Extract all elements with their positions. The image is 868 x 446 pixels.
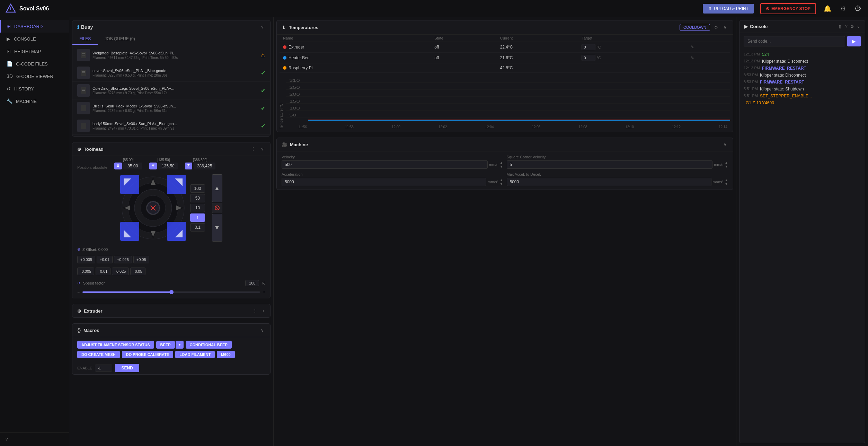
col-left: ℹ Busy ∨ FILES JOB QUEUE (0) [69,17,274,446]
extruder-edit-icon[interactable]: ✎ [691,45,694,50]
emergency-stop-button[interactable]: ⊗ EMERGENCY STOP [760,3,816,14]
z-btn-up-005[interactable]: +0.005 [77,256,95,263]
jog-step-10[interactable]: 10 [190,204,205,212]
file-item[interactable]: cover-Sovol_Sv06-eSun_PLA+_Blue.gcode Fi… [72,64,270,82]
jog-step-50[interactable]: 50 [190,194,205,202]
upload-print-button[interactable]: ⬆ UPLOAD & PRINT [703,4,754,14]
file-status-ok: ✔ [261,123,265,129]
axis-y-letter: Y [149,163,157,169]
sidebar-item-gcode-viewer[interactable]: 3D G-CODE VIEWER [0,70,69,82]
max-accel-input[interactable] [507,178,711,186]
accel-down[interactable]: ▼ [500,182,503,186]
macro-beep[interactable]: BEEP [156,341,175,349]
macros-collapse-icon[interactable]: ∨ [259,327,265,333]
slider-thumb[interactable] [169,290,174,294]
speed-value-input[interactable] [245,280,259,286]
temp-table-wrap: Name State Current Target [277,35,733,73]
file-item[interactable]: Billelis_Skull_Pack_Model_1-Sovol_Sv06-e… [72,99,270,117]
accel-up[interactable]: ▲ [500,178,503,182]
speed-row: ↺ Speed factor % [72,278,270,288]
z-btn-dn-01[interactable]: -0.01 [96,268,110,275]
jog-step-1[interactable]: 1 [190,213,205,222]
macro-enable-input[interactable] [95,365,112,371]
sidebar-item-machine[interactable]: 🔧 MACHINE [0,95,69,107]
macro-create-mesh[interactable]: DO CREATE MESH [77,351,120,358]
slider-minus[interactable]: − [77,290,80,295]
tab-files[interactable]: FILES [72,34,98,45]
accel-input[interactable] [282,178,486,186]
busy-collapse-icon[interactable]: ∨ [259,24,265,30]
sq-corner-input[interactable] [507,160,713,169]
velocity-input[interactable] [282,160,488,169]
file-list: Weighted_Baseplate_4x5-Sovol_Sv06-eSun_P… [72,45,270,136]
macro-adjust-filament[interactable]: ADJUST FILAMENT SENSOR STATUS [77,341,154,349]
machine-actions: ∨ [722,141,728,148]
machine-collapse-icon[interactable]: ∨ [722,141,728,148]
extruder-target-input[interactable] [582,44,595,50]
axis-x-above: [85.00] [123,158,134,162]
file-item[interactable]: CuteDino_ShortLegs-Sovol_Sv06-eSun_PLA+.… [72,82,270,99]
z-btn-dn-005[interactable]: -0.005 [77,268,94,275]
extruder-collapse-icon[interactable]: ‹ [261,308,265,314]
console-input[interactable] [744,36,845,46]
macro-send-button[interactable]: SEND [115,364,139,372]
macro-probe-calibrate[interactable]: DO PROBE CALIBRATE [122,351,173,358]
console-filter-icon[interactable]: ⚙ [850,24,854,29]
slider-row: − + [72,288,270,298]
temp-settings-icon[interactable]: ⚙ [713,24,719,30]
bed-edit-icon[interactable]: ✎ [691,55,694,60]
cooldown-button[interactable]: COOLDOWN [680,24,710,31]
gcode-files-icon: 📄 [7,61,12,67]
z-btn-up-05[interactable]: +0.05 [133,256,149,263]
max-accel-up[interactable]: ▲ [725,178,728,182]
sidebar-item-gcode-files[interactable]: 📄 G-CODE FILES [0,58,69,70]
corner-tr[interactable] [167,175,186,194]
sq-corner-up[interactable]: ▲ [725,161,728,165]
help-icon[interactable]: ? [6,437,8,442]
jog-z-up[interactable]: ▲ [212,174,222,202]
console-send-button[interactable]: ▶ [847,36,861,46]
macro-beep-dropdown[interactable]: ▾ [176,341,184,349]
temp-collapse-icon[interactable]: ∨ [722,24,728,30]
power-button[interactable]: ⏻ [853,3,862,14]
macro-m600[interactable]: M600 [217,351,235,358]
sidebar-item-dashboard[interactable]: ⊞ DASHBOARD [0,20,69,33]
slider-track[interactable] [82,291,260,293]
notification-button[interactable]: 🔔 [822,3,833,14]
axes-row: Position: absolute [85.00] X 85,00 [135.… [72,156,270,172]
extruder-menu-icon[interactable]: ⋮ [251,308,258,314]
settings-button[interactable]: ⚙ [839,3,847,14]
sq-corner-down[interactable]: ▼ [725,165,728,168]
corner-bl[interactable] [120,222,139,241]
z-btn-up-01[interactable]: +0.01 [97,256,113,263]
sidebar-item-history[interactable]: ↺ HISTORY [0,82,69,95]
toolhead-panel: ⊕ Toolhead ⋮ ∨ Position: absolute [85.00… [72,142,271,298]
console-collapse-icon[interactable]: ∨ [857,24,860,29]
max-accel-down[interactable]: ▼ [725,182,728,186]
svg-text:200: 200 [289,93,300,96]
macro-enable-row: ENABLE SEND [72,362,270,374]
jog-step-01[interactable]: 0.1 [190,223,205,231]
console-help-icon[interactable]: ? [845,24,848,29]
sidebar-item-console[interactable]: ▶ CONSOLE [0,33,69,45]
z-btn-dn-05[interactable]: -0.05 [130,268,145,275]
bed-target-input[interactable] [582,55,595,61]
file-item[interactable]: Weighted_Baseplate_4x5-Sovol_Sv06-eSun_P… [72,46,270,64]
toolhead-menu-icon[interactable]: ⋮ [250,146,257,152]
toolhead-collapse-icon[interactable]: ∨ [259,146,265,152]
slider-plus[interactable]: + [263,290,265,295]
console-trash-icon[interactable]: 🗑 [838,24,842,29]
file-item[interactable]: body150mm-Sovol_Sv06-eSun_PLA+_Blue.gco.… [72,117,270,135]
macro-conditional-beep[interactable]: CONDITIONAL BEEP [186,341,232,349]
corner-br[interactable] [167,222,186,241]
jog-step-100[interactable]: 100 [190,184,205,193]
tab-job-queue[interactable]: JOB QUEUE (0) [98,34,142,45]
macro-load-filament[interactable]: LOAD FILAMENT [175,351,215,358]
sidebar-item-heightmap[interactable]: ⊡ HEIGHTMAP [0,45,69,58]
velocity-up[interactable]: ▲ [500,161,503,165]
jog-z-down[interactable]: ▼ [212,214,222,242]
z-btn-dn-025[interactable]: -0.025 [112,268,129,275]
velocity-down[interactable]: ▼ [500,165,503,168]
corner-tl[interactable] [120,175,139,194]
z-btn-up-025[interactable]: +0.025 [114,256,132,263]
